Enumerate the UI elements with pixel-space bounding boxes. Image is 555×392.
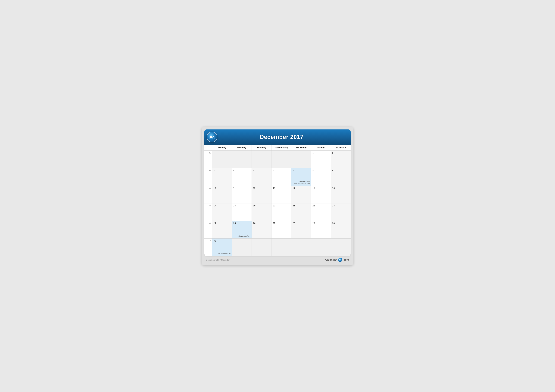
day-cell-week3-day6: 23 xyxy=(331,203,351,221)
calendar-row-4: 522425Christmas Day2627282930 xyxy=(204,221,351,238)
day-number-10: 10 xyxy=(213,187,231,189)
day-cell-week5-day3 xyxy=(271,239,291,256)
calendar-grid: 48124934567Pearl Harbor Remembrance Day8… xyxy=(204,151,351,256)
day-cell-week1-day4: 7Pearl Harbor Remembrance Day xyxy=(291,168,311,186)
day-cell-week3-day4: 21 xyxy=(291,203,311,221)
day-cell-week5-day2 xyxy=(252,239,271,256)
day-cell-week0-day3 xyxy=(271,151,291,168)
footer-brand: Calendar- 365 .com xyxy=(325,258,349,262)
day-number-28: 28 xyxy=(293,222,310,224)
header-title: December 2017 xyxy=(217,134,346,140)
day-cell-week4-day4: 28 xyxy=(291,221,311,238)
calendar-row-0: 4812 xyxy=(204,151,351,168)
day-number-2: 2 xyxy=(332,152,349,154)
day-number-15: 15 xyxy=(313,187,329,189)
day-cell-week0-day5: 1 xyxy=(311,151,331,168)
day-number-21: 21 xyxy=(293,204,310,207)
holiday-label-25: Christmas Day xyxy=(238,235,250,237)
day-cell-week4-day0: 24 xyxy=(212,221,232,238)
day-cell-week0-day6: 2 xyxy=(331,151,351,168)
day-header-thursday: Thursday xyxy=(291,145,311,150)
day-cell-week3-day1: 18 xyxy=(232,203,252,221)
day-cell-week4-day1: 25Christmas Day xyxy=(232,221,252,238)
day-cell-week1-day2: 5 xyxy=(252,168,271,186)
day-cell-week2-day1: 11 xyxy=(232,186,252,203)
day-cell-week1-day6: 9 xyxy=(331,168,351,186)
day-number-20: 20 xyxy=(273,204,290,207)
calendar-row-1: 4934567Pearl Harbor Remembrance Day89 xyxy=(204,168,351,186)
day-cell-week1-day0: 3 xyxy=(212,168,232,186)
day-number-8: 8 xyxy=(313,169,329,172)
day-number-12: 12 xyxy=(253,187,270,189)
day-header-wednesday: Wednesday xyxy=(271,145,291,150)
holiday-label-31: New Year's Eve xyxy=(218,253,231,255)
day-cell-week2-day3: 13 xyxy=(271,186,291,203)
day-cell-week0-day2 xyxy=(252,151,271,168)
week-number-4: 52 xyxy=(204,221,212,238)
calendar-row-2: 5010111213141516 xyxy=(204,186,351,203)
day-cell-week5-day6 xyxy=(331,239,351,256)
day-header-monday: Monday xyxy=(232,145,252,150)
day-number-26: 26 xyxy=(253,222,270,224)
day-header-sunday: Sunday xyxy=(212,145,232,150)
brand-365: 365 xyxy=(338,258,342,262)
page-wrapper: 365 December 2017 Sunday Monday Tuesday … xyxy=(202,127,353,265)
day-cell-week3-day5: 22 xyxy=(311,203,331,221)
week-label-header xyxy=(204,145,212,150)
week-number-3: 51 xyxy=(204,203,212,221)
day-number-30: 30 xyxy=(332,222,349,224)
day-number-31: 31 xyxy=(213,239,231,242)
day-cell-week3-day3: 20 xyxy=(271,203,291,221)
day-number-3: 3 xyxy=(213,169,231,172)
calendar-header: 365 December 2017 xyxy=(204,129,351,145)
day-cell-week4-day3: 27 xyxy=(271,221,291,238)
day-number-23: 23 xyxy=(332,204,349,207)
day-number-24: 24 xyxy=(213,222,231,224)
day-cell-week1-day3: 6 xyxy=(271,168,291,186)
day-cell-week4-day6: 30 xyxy=(331,221,351,238)
day-number-19: 19 xyxy=(253,204,270,207)
day-cell-week5-day0: 31New Year's Eve xyxy=(212,239,232,256)
day-cell-week3-day0: 17 xyxy=(212,203,232,221)
day-number-17: 17 xyxy=(213,204,231,207)
day-header-saturday: Saturday xyxy=(331,145,351,150)
day-cell-week1-day1: 4 xyxy=(232,168,252,186)
day-cell-week2-day0: 10 xyxy=(212,186,232,203)
logo-circle: 365 xyxy=(207,132,217,143)
day-number-16: 16 xyxy=(332,187,349,189)
calendar-row-3: 5117181920212223 xyxy=(204,203,351,221)
day-cell-week5-day4 xyxy=(291,239,311,256)
day-number-4: 4 xyxy=(233,169,250,172)
week-number-5: 1 xyxy=(204,239,212,256)
calendar-row-5: 131New Year's Eve xyxy=(204,238,351,256)
day-cell-week2-day2: 12 xyxy=(252,186,271,203)
day-number-25: 25 xyxy=(233,222,250,224)
brand-text-after: .com xyxy=(343,258,349,261)
week-number-2: 50 xyxy=(204,186,212,203)
day-number-1: 1 xyxy=(313,152,329,154)
day-header-tuesday: Tuesday xyxy=(252,145,271,150)
day-number-11: 11 xyxy=(233,187,250,189)
day-number-14: 14 xyxy=(293,187,310,189)
day-number-27: 27 xyxy=(273,222,290,224)
footer-caption: December 2017 Calendar xyxy=(206,259,230,261)
day-number-29: 29 xyxy=(313,222,329,224)
week-number-0: 48 xyxy=(204,151,212,168)
day-number-22: 22 xyxy=(313,204,329,207)
day-cell-week0-day1 xyxy=(232,151,252,168)
day-cell-week2-day4: 14 xyxy=(291,186,311,203)
calendar-container: 365 December 2017 Sunday Monday Tuesday … xyxy=(204,129,351,256)
day-cell-week2-day5: 15 xyxy=(311,186,331,203)
day-cell-week4-day2: 26 xyxy=(252,221,271,238)
day-cell-week1-day5: 8 xyxy=(311,168,331,186)
week-number-1: 49 xyxy=(204,168,212,186)
day-cell-week4-day5: 29 xyxy=(311,221,331,238)
day-number-13: 13 xyxy=(273,187,290,189)
day-headers: Sunday Monday Tuesday Wednesday Thursday… xyxy=(204,145,351,151)
day-number-9: 9 xyxy=(332,169,349,172)
day-header-friday: Friday xyxy=(311,145,331,150)
day-number-6: 6 xyxy=(273,169,290,172)
day-number-18: 18 xyxy=(233,204,250,207)
day-cell-week3-day2: 19 xyxy=(252,203,271,221)
brand-text-before: Calendar- xyxy=(325,258,338,261)
